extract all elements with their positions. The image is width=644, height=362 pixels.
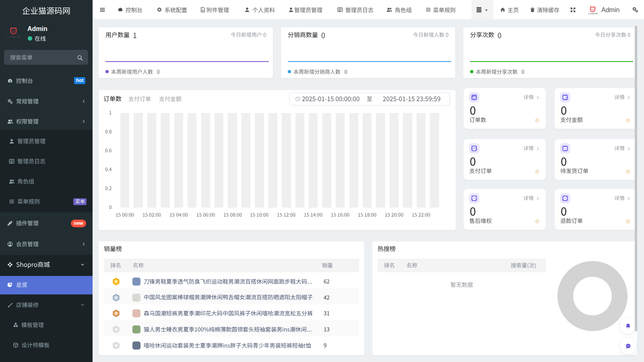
svg-text:4: 4 [115,327,118,332]
svg-text:5: 5 [115,343,118,348]
